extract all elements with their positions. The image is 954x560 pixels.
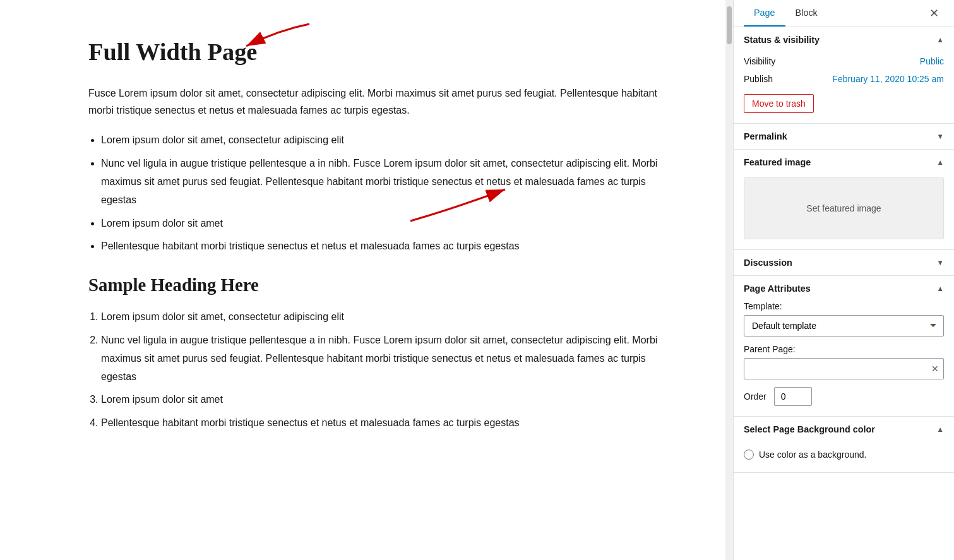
order-input[interactable] xyxy=(774,387,812,406)
list-item: Pellentesque habitant morbi tristique se… xyxy=(101,237,675,256)
move-to-trash-button[interactable]: Move to trash xyxy=(744,94,814,113)
featured-image-wrapper: Set featured image xyxy=(744,177,944,239)
scrollbar[interactable] xyxy=(725,0,733,560)
section-page-attributes-content: Template: Default templateFull Width Tem… xyxy=(734,301,954,416)
section-discussion-header[interactable]: Discussion ▼ xyxy=(734,250,954,275)
section-discussion: Discussion ▼ xyxy=(734,250,954,276)
tab-page[interactable]: Page xyxy=(744,0,785,27)
parent-page-label: Parent Page: xyxy=(744,344,944,354)
section-featured-image-header[interactable]: Featured image ▲ xyxy=(734,150,954,175)
arrow-to-template xyxy=(733,323,744,335)
section-featured-image: Featured image ▲ Set featured image xyxy=(734,150,954,250)
list-item: Lorem ipsum dolor sit amet, consectetur … xyxy=(101,131,675,150)
list-item: Lorem ipsum dolor sit amet xyxy=(101,391,675,409)
publish-value[interactable]: February 11, 2020 10:25 am xyxy=(832,74,944,84)
bullet-list: Lorem ipsum dolor sit amet, consectetur … xyxy=(101,131,675,256)
template-label: Template: xyxy=(744,301,944,311)
list-item: Nunc vel ligula in augue tristique pelle… xyxy=(101,331,675,386)
template-select-wrapper: Default templateFull Width Template xyxy=(744,315,944,337)
chevron-up-icon-featured: ▲ xyxy=(937,158,944,166)
sidebar-panel: Page Block ✕ Status & visibility ▲ Visib… xyxy=(733,0,954,560)
section-status-visibility-content: Visibility Public Publish February 11, 2… xyxy=(734,52,954,123)
main-editor: Full Width Page Fusce Lorem ipsum dolor … xyxy=(0,0,725,560)
publish-row: Publish February 11, 2020 10:25 am xyxy=(744,70,944,88)
close-button[interactable]: ✕ xyxy=(924,2,944,25)
section-page-background-title: Select Page Background color xyxy=(744,424,875,434)
sidebar-tabs: Page Block ✕ xyxy=(734,0,954,27)
section-featured-image-content: Set featured image xyxy=(734,177,954,249)
parent-page-input-wrapper: ✕ xyxy=(744,358,944,379)
visibility-value[interactable]: Public xyxy=(920,56,944,66)
section-page-background-content: Use color as a background. xyxy=(734,442,954,472)
section-status-visibility-header[interactable]: Status & visibility ▲ xyxy=(734,27,954,52)
publish-label: Publish xyxy=(744,74,773,84)
chevron-up-icon: ▲ xyxy=(937,36,944,44)
chevron-down-icon-discussion: ▼ xyxy=(937,259,944,266)
section-page-attributes-title: Page Attributes xyxy=(744,283,811,294)
list-item: Pellentesque habitant morbi tristique se… xyxy=(101,414,675,432)
tab-block[interactable]: Block xyxy=(785,0,828,27)
section-discussion-title: Discussion xyxy=(744,258,792,268)
chevron-down-icon: ▼ xyxy=(937,133,944,140)
chevron-up-icon-bg: ▲ xyxy=(937,426,944,433)
section-status-visibility-title: Status & visibility xyxy=(744,35,820,45)
order-label: Order xyxy=(744,391,766,402)
visibility-row: Visibility Public xyxy=(744,52,944,70)
body-paragraph: Fusce Lorem ipsum dolor sit amet, consec… xyxy=(88,85,675,119)
clear-parent-page-icon[interactable]: ✕ xyxy=(931,364,939,374)
page-title: Full Width Page xyxy=(88,38,675,66)
list-item: Lorem ipsum dolor sit amet, consectetur … xyxy=(101,308,675,326)
section-permalink-title: Permalink xyxy=(744,131,787,141)
use-color-label: Use color as a background. xyxy=(759,450,866,460)
section-page-attributes-header[interactable]: Page Attributes ▲ xyxy=(734,276,954,301)
order-row: Order xyxy=(744,387,944,406)
list-item: Nunc vel ligula in augue tristique pelle… xyxy=(101,155,675,209)
section-featured-image-title: Featured image xyxy=(744,157,811,167)
arrow-to-featured-box xyxy=(733,184,744,209)
chevron-up-icon-attrs: ▲ xyxy=(937,285,944,292)
scrollbar-thumb[interactable] xyxy=(727,6,732,44)
visibility-label: Visibility xyxy=(744,56,775,66)
use-color-row: Use color as a background. xyxy=(744,442,944,462)
section-permalink-header[interactable]: Permalink ▼ xyxy=(734,124,954,149)
set-featured-image-button[interactable]: Set featured image xyxy=(744,177,944,239)
section-permalink: Permalink ▼ xyxy=(734,124,954,150)
section-status-visibility: Status & visibility ▲ Visibility Public … xyxy=(734,27,954,124)
section-page-attributes: Page Attributes ▲ Template: Default temp… xyxy=(734,276,954,417)
section-page-background: Select Page Background color ▲ Use color… xyxy=(734,417,954,473)
ordered-list: Lorem ipsum dolor sit amet, consectetur … xyxy=(101,308,675,432)
template-select[interactable]: Default templateFull Width Template xyxy=(744,315,944,337)
section-page-background-header[interactable]: Select Page Background color ▲ xyxy=(734,417,954,442)
list-item: Lorem ipsum dolor sit amet xyxy=(101,215,675,233)
parent-page-input[interactable] xyxy=(744,358,944,379)
use-color-radio[interactable] xyxy=(744,450,754,460)
section-heading: Sample Heading Here xyxy=(88,275,675,295)
